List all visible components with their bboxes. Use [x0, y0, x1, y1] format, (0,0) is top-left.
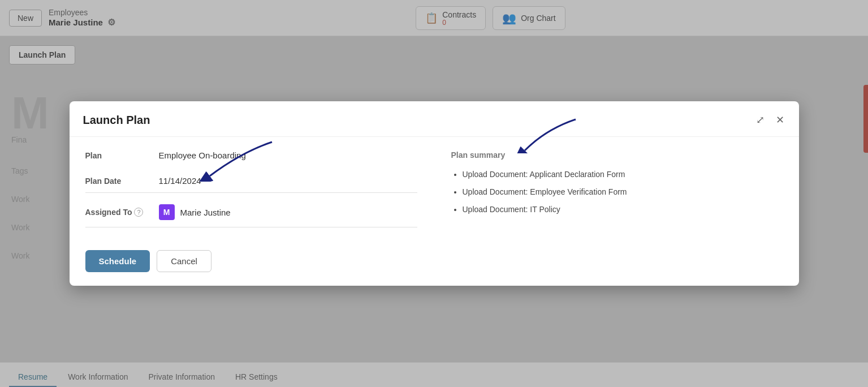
summary-list: Upload Document: Applicant Declaration F… — [451, 169, 783, 216]
schedule-button[interactable]: Schedule — [85, 250, 150, 272]
assigned-name: Marie Justine — [180, 208, 231, 217]
plan-row: Plan Employee On-boarding — [85, 150, 417, 160]
plan-date-section: Plan Date 11/14/2024 — [85, 176, 417, 193]
modal-left-section: Plan Employee On-boarding Plan Date 11/1… — [85, 150, 417, 227]
plan-summary-label: Plan summary — [451, 150, 783, 160]
modal-footer: Schedule Cancel — [70, 241, 799, 286]
close-icon[interactable]: ✕ — [775, 113, 785, 127]
launch-plan-modal: Launch Plan ⤢ ✕ Plan Employee On-boardin… — [70, 101, 799, 286]
modal-overlay: Launch Plan ⤢ ✕ Plan Employee On-boardin… — [0, 0, 868, 387]
plan-date-value: 11/14/2024 — [159, 176, 417, 186]
modal-header: Launch Plan ⤢ ✕ — [70, 101, 799, 137]
expand-icon[interactable]: ⤢ — [755, 113, 766, 127]
modal-header-icons: ⤢ ✕ — [755, 113, 785, 127]
assigned-to-label: Assigned To — [85, 208, 132, 217]
assigned-person: M Marie Justine — [159, 204, 417, 220]
plan-date-row: Plan Date 11/14/2024 — [85, 176, 417, 193]
plan-value: Employee On-boarding — [159, 150, 246, 160]
assigned-to-row: Assigned To ? M Marie Justine — [85, 204, 417, 227]
modal-body: Plan Employee On-boarding Plan Date 11/1… — [70, 137, 799, 241]
cancel-button[interactable]: Cancel — [157, 250, 211, 272]
summary-item-2: Upload Document: Employee Verification F… — [463, 186, 783, 198]
avatar: M — [159, 204, 175, 220]
modal-title: Launch Plan — [83, 114, 150, 127]
summary-item-1: Upload Document: Applicant Declaration F… — [463, 169, 783, 180]
plan-label: Plan — [85, 151, 159, 160]
assigned-label-wrap: Assigned To ? — [85, 208, 159, 217]
plan-date-label: Plan Date — [85, 177, 159, 186]
plan-summary-section: Plan summary — [451, 150, 783, 160]
help-icon[interactable]: ? — [134, 208, 143, 217]
modal-right-section: Plan summary Upload Document: Applicant … — [440, 150, 783, 227]
summary-item-3: Upload Document: IT Policy — [463, 204, 783, 216]
